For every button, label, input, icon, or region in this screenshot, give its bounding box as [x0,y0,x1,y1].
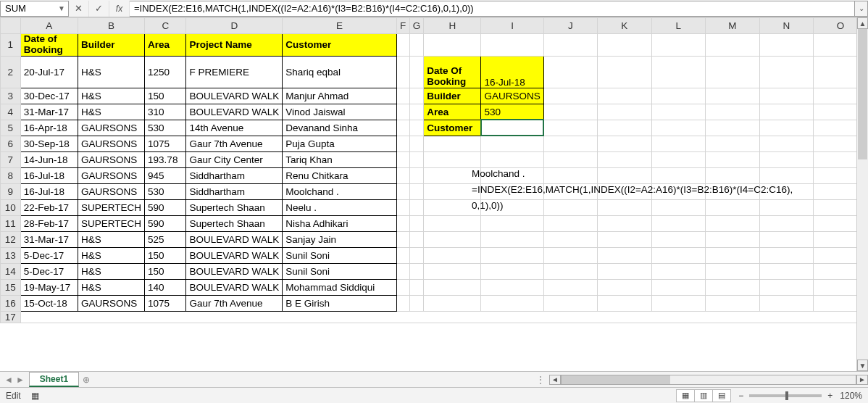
vscroll-track[interactable] [857,29,868,360]
cell[interactable] [598,151,652,167]
lookup-value-builder[interactable]: GAURSONS [481,88,543,104]
cell[interactable] [396,183,409,199]
cell[interactable] [598,263,652,279]
cell[interactable]: BOULEVARD WALK [186,231,283,247]
row-4-header[interactable]: 4 [1,104,21,120]
cell[interactable] [759,247,814,263]
cell[interactable] [481,295,543,311]
cell[interactable] [543,183,597,199]
cell[interactable] [409,88,424,104]
cell[interactable] [651,215,705,231]
zoom-level[interactable]: 120% [840,391,862,401]
cell[interactable] [424,167,481,183]
cell[interactable] [396,199,409,215]
cell[interactable] [759,263,814,279]
cell[interactable] [759,295,814,311]
cell[interactable]: BOULEVARD WALK [186,263,283,279]
cell[interactable] [598,34,652,57]
cell[interactable]: H&S [78,263,145,279]
cell[interactable] [705,247,759,263]
cell[interactable] [705,34,759,57]
cell[interactable] [409,34,424,57]
cell[interactable] [481,151,543,167]
col-M[interactable]: M [705,18,759,34]
cell[interactable] [543,136,597,151]
cell[interactable]: 150 [145,263,186,279]
cell[interactable] [759,136,814,151]
cell[interactable]: Customer [283,34,397,57]
cell[interactable]: Gaur City Center [186,151,283,167]
select-all-corner[interactable] [1,18,21,34]
cell[interactable]: F PREMIERE [186,56,283,88]
tab-nav-next-icon[interactable]: ► [16,375,25,385]
cell[interactable] [705,56,759,88]
cell[interactable] [759,199,814,215]
add-sheet-button[interactable]: ⊕ [79,375,93,385]
cell[interactable]: GAURSONS [78,167,145,183]
col-B[interactable]: B [78,18,145,34]
cell[interactable] [409,199,424,215]
col-D[interactable]: D [186,18,283,34]
expand-formula-bar-button[interactable]: ⌄ [855,1,868,17]
fx-button[interactable]: fx [109,1,130,17]
cell[interactable] [20,311,867,323]
cell[interactable] [481,34,543,57]
cell[interactable]: Area [145,34,186,57]
cell[interactable]: 30-Sep-18 [20,136,78,151]
cell[interactable]: Sunil Soni [283,247,397,263]
cell[interactable]: GAURSONS [78,136,145,151]
cell[interactable] [759,88,814,104]
cell[interactable]: 590 [145,215,186,231]
cell[interactable] [705,263,759,279]
cell[interactable]: 525 [145,231,186,247]
row-11-header[interactable]: 11 [1,215,21,231]
cell[interactable] [598,120,652,136]
cell[interactable]: 14-Jun-18 [20,151,78,167]
cell[interactable]: 14th Avenue [186,120,283,136]
cell[interactable] [396,151,409,167]
cell[interactable]: 20-Jul-17 [20,56,78,88]
row-8-header[interactable]: 8 [1,167,21,183]
cell[interactable]: GAURSONS [78,151,145,167]
cell[interactable]: Vinod Jaiswal [283,104,397,120]
vertical-scrollbar[interactable]: ▲ ▼ [856,17,868,371]
cell[interactable]: 16-Jul-18 [20,183,78,199]
cell[interactable]: GAURSONS [78,183,145,199]
cell[interactable]: 1075 [145,136,186,151]
cell[interactable]: H&S [78,104,145,120]
cell[interactable] [705,183,759,199]
cell[interactable]: Date of Booking [20,34,78,57]
cell[interactable]: 945 [145,167,186,183]
cell[interactable]: Tariq Khan [283,151,397,167]
cell[interactable] [651,263,705,279]
chevron-down-icon[interactable]: ▼ [58,4,65,12]
row-1-header[interactable]: 1 [1,34,21,57]
cell[interactable]: Mohammad Siddiqui [283,279,397,295]
cell[interactable] [481,183,543,199]
row-14-header[interactable]: 14 [1,263,21,279]
cell[interactable]: GAURSONS [78,295,145,311]
cell[interactable]: 15-Oct-18 [20,295,78,311]
cell[interactable] [396,279,409,295]
cell[interactable] [705,231,759,247]
cell[interactable] [424,199,481,215]
cell[interactable] [543,88,597,104]
cell[interactable] [543,279,597,295]
cell[interactable] [651,167,705,183]
cell[interactable] [396,56,409,88]
cell[interactable] [543,167,597,183]
row-9-header[interactable]: 9 [1,183,21,199]
cell[interactable] [481,136,543,151]
cell[interactable]: Project Name [186,34,283,57]
cancel-formula-button[interactable]: ✕ [69,1,89,17]
cell[interactable] [396,104,409,120]
cell[interactable] [481,279,543,295]
cell[interactable] [598,295,652,311]
cell[interactable] [651,136,705,151]
cell[interactable] [705,88,759,104]
cell[interactable] [705,215,759,231]
cell[interactable] [543,231,597,247]
cell[interactable] [759,104,814,120]
cell[interactable] [424,151,481,167]
cell[interactable] [424,34,481,57]
